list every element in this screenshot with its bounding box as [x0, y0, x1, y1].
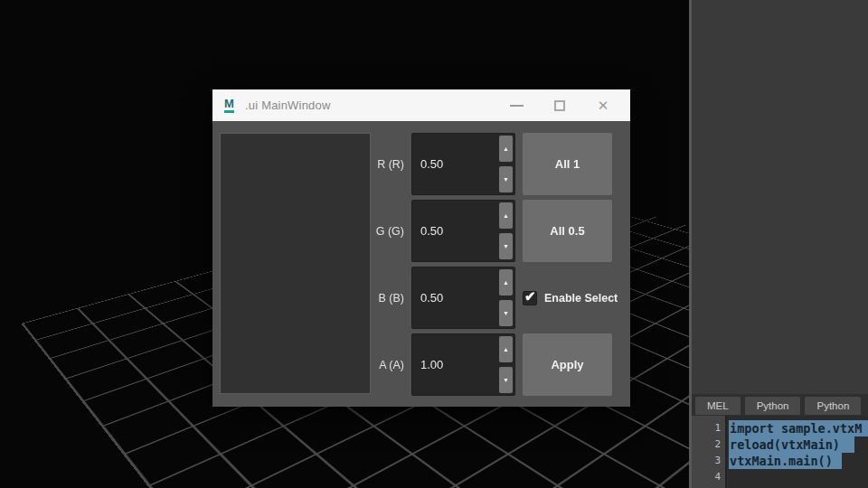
spin-label-r: R (R) — [371, 133, 411, 195]
code-line — [729, 469, 868, 485]
spinbox-b-up-button[interactable]: ▲ — [499, 269, 513, 296]
spin-up-icon: ▲ — [503, 279, 509, 286]
spin-label-b: B (B) — [371, 267, 411, 329]
spin-down-icon: ▼ — [503, 310, 509, 316]
preview-panel[interactable] — [220, 133, 371, 394]
line-number: 3 — [692, 453, 721, 469]
spin-up-icon: ▲ — [503, 212, 509, 219]
close-icon: ✕ — [598, 99, 609, 112]
spinbox-b-field[interactable] — [412, 267, 497, 328]
tab-python-2[interactable]: Python — [805, 397, 861, 415]
code-line: import sample.vtxM — [729, 420, 868, 436]
line-number: 4 — [692, 469, 721, 485]
minimize-icon — [510, 105, 524, 107]
code-text[interactable]: reload(vtxMain) — [729, 436, 854, 453]
code-editor: 1 2 3 4 import sample.vtxM reload(vtxMai… — [692, 416, 868, 488]
spinbox-b: ▲ ▼ — [411, 267, 515, 329]
rgba-controls: R (R) ▲ ▼ All 1 G (G) ▲ — [371, 133, 612, 394]
tab-mel[interactable]: MEL — [695, 397, 741, 415]
spin-down-icon: ▼ — [503, 243, 509, 249]
all-1-button[interactable]: All 1 — [523, 133, 612, 195]
spinbox-a: ▲ ▼ — [411, 333, 515, 396]
maya-logo-bar — [224, 110, 234, 113]
script-editor-blank-area[interactable] — [692, 0, 868, 394]
window-title: .ui MainWindow — [245, 99, 331, 112]
enable-select-row: ✔ Enable Select — [523, 267, 612, 329]
spinbox-r-field[interactable] — [412, 134, 497, 194]
maya-application: M .ui MainWindow ✕ R (R) — [0, 0, 868, 488]
spin-label-g: G (G) — [371, 200, 411, 262]
spinbox-g-down-button[interactable]: ▼ — [499, 233, 513, 259]
title-bar[interactable]: M .ui MainWindow ✕ — [212, 89, 630, 121]
code-line: vtxMain.main() — [729, 453, 868, 469]
spinbox-r-down-button[interactable]: ▼ — [499, 166, 513, 192]
maximize-icon — [554, 100, 565, 111]
code-text-area[interactable]: import sample.vtxM reload(vtxMain) vtxMa… — [727, 416, 868, 488]
line-number: 2 — [692, 436, 721, 453]
spin-up-icon: ▲ — [503, 346, 509, 352]
minimize-button[interactable] — [495, 89, 538, 121]
tab-python-1[interactable]: Python — [745, 397, 801, 415]
code-text[interactable]: vtxMain.main() — [729, 453, 842, 469]
maya-logo-icon: M — [222, 98, 237, 113]
spin-up-icon: ▲ — [503, 145, 509, 152]
close-button[interactable]: ✕ — [581, 89, 625, 121]
spinbox-g: ▲ ▼ — [411, 200, 515, 262]
enable-select-label: Enable Select — [544, 292, 618, 305]
main-window-dialog: M .ui MainWindow ✕ R (R) — [212, 89, 630, 407]
spin-down-icon: ▼ — [503, 176, 509, 183]
maximize-button[interactable] — [538, 89, 581, 121]
spinbox-r-up-button[interactable]: ▲ — [499, 136, 513, 162]
spinbox-g-up-button[interactable]: ▲ — [499, 202, 513, 229]
dialog-body: R (R) ▲ ▼ All 1 G (G) ▲ — [212, 121, 630, 407]
spinbox-a-down-button[interactable]: ▼ — [499, 367, 513, 393]
script-editor-tab-bar: MEL Python Python — [692, 394, 868, 416]
line-number-gutter: 1 2 3 4 — [692, 416, 725, 488]
code-line: reload(vtxMain) — [729, 436, 868, 453]
spinbox-b-down-button[interactable]: ▼ — [499, 300, 513, 326]
line-number: 1 — [692, 420, 721, 436]
spin-down-icon: ▼ — [503, 377, 509, 383]
code-text[interactable]: import sample.vtxM — [729, 420, 868, 436]
spinbox-r: ▲ ▼ — [411, 133, 515, 195]
spinbox-g-field[interactable] — [412, 201, 497, 261]
all-05-button[interactable]: All 0.5 — [523, 200, 612, 262]
apply-button[interactable]: Apply — [523, 333, 612, 396]
maya-logo-letter: M — [224, 99, 234, 109]
checkmark-icon: ✔ — [524, 288, 536, 305]
spinbox-a-field[interactable] — [412, 334, 497, 395]
spinbox-a-up-button[interactable]: ▲ — [499, 336, 513, 362]
spin-label-a: A (A) — [371, 333, 411, 396]
enable-select-checkbox[interactable]: ✔ — [523, 291, 537, 305]
script-editor-panel: MEL Python Python 1 2 3 4 import sample.… — [689, 0, 868, 488]
